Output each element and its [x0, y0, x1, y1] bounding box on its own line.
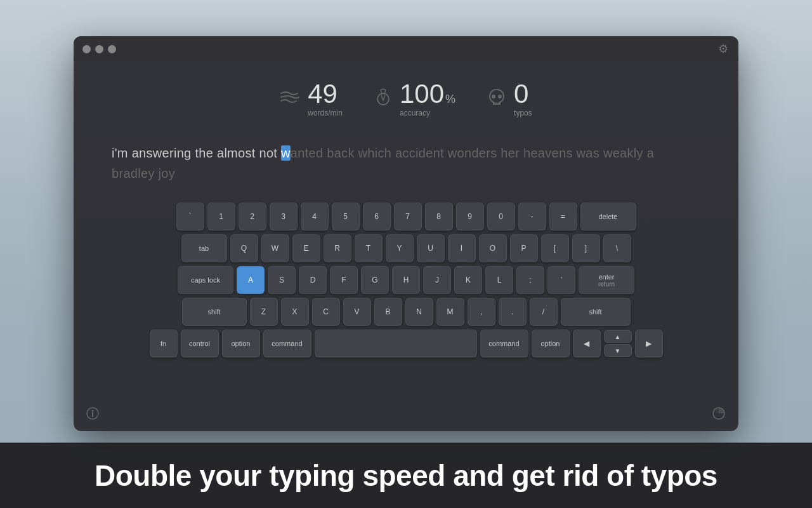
key-semicolon[interactable]: ; — [516, 266, 544, 294]
key-arrow-down[interactable]: ▼ — [604, 344, 632, 357]
key-5[interactable]: 5 — [332, 203, 360, 231]
key-enter[interactable]: enter return — [579, 266, 634, 294]
key-s[interactable]: S — [268, 266, 296, 294]
key-m[interactable]: M — [436, 298, 464, 326]
key-x[interactable]: X — [281, 298, 309, 326]
wpm-stat: 49 words/min — [280, 81, 343, 117]
typos-value: 0 — [514, 81, 532, 107]
key-2[interactable]: 2 — [239, 203, 266, 231]
key-fn[interactable]: fn — [150, 330, 178, 358]
key-e[interactable]: E — [292, 234, 320, 262]
svg-point-1 — [492, 95, 495, 98]
key-0[interactable]: 0 — [487, 203, 515, 231]
typing-text: i'm answering the almost not wanted back… — [112, 143, 700, 184]
key-g[interactable]: G — [361, 266, 389, 294]
key-7[interactable]: 7 — [394, 203, 422, 231]
key-y[interactable]: Y — [386, 234, 414, 262]
accuracy-number: 100 — [400, 81, 444, 107]
key-v[interactable]: V — [343, 298, 371, 326]
number-row: ` 1 2 3 4 5 6 7 8 9 0 - = delete — [176, 203, 636, 231]
key-capslock[interactable]: caps lock — [178, 266, 233, 294]
key-slash[interactable]: / — [530, 298, 558, 326]
key-arrow-left[interactable]: ◀ — [573, 330, 601, 358]
typed-text: i'm answering the almost not — [112, 146, 281, 160]
key-u[interactable]: U — [417, 234, 445, 262]
key-shift-right[interactable]: shift — [561, 298, 631, 326]
key-rbracket[interactable]: ] — [572, 234, 600, 262]
key-tab[interactable]: tab — [181, 234, 227, 262]
key-a[interactable]: A — [237, 266, 265, 294]
key-f[interactable]: F — [330, 266, 358, 294]
key-9[interactable]: 9 — [456, 203, 484, 231]
key-1[interactable]: 1 — [207, 203, 235, 231]
title-bar: ⚙ — [74, 36, 738, 62]
key-quote[interactable]: ' — [547, 266, 575, 294]
wpm-label: words/min — [308, 109, 343, 117]
traffic-lights — [82, 45, 116, 53]
key-w[interactable]: W — [261, 234, 289, 262]
key-8[interactable]: 8 — [425, 203, 453, 231]
close-button[interactable] — [82, 45, 91, 53]
settings-icon[interactable]: ⚙ — [718, 42, 728, 56]
typos-stat: 0 typos — [487, 81, 532, 117]
key-backslash[interactable]: \ — [603, 234, 631, 262]
enter-label: enter — [598, 273, 614, 281]
key-arrow-right[interactable]: ▶ — [635, 330, 663, 358]
accuracy-unit: % — [445, 93, 455, 105]
wpm-value-container: 49 words/min — [308, 81, 343, 117]
key-t[interactable]: T — [355, 234, 383, 262]
key-j[interactable]: J — [423, 266, 451, 294]
maximize-button[interactable] — [108, 45, 116, 53]
key-6[interactable]: 6 — [363, 203, 391, 231]
key-n[interactable]: N — [405, 298, 433, 326]
key-command-right[interactable]: command — [480, 330, 528, 358]
arrow-ud-group: ▲ ▼ — [604, 330, 632, 357]
key-shift-left[interactable]: shift — [182, 298, 247, 326]
key-option-left[interactable]: option — [222, 330, 260, 358]
typos-value-container: 0 typos — [514, 81, 532, 117]
wpm-number: 49 — [308, 81, 337, 107]
key-period[interactable]: . — [499, 298, 527, 326]
typos-label: typos — [514, 109, 532, 117]
key-z[interactable]: Z — [250, 298, 278, 326]
key-c[interactable]: C — [312, 298, 340, 326]
key-delete[interactable]: delete — [580, 203, 636, 231]
accuracy-label: accuracy — [400, 109, 455, 117]
typos-number: 0 — [514, 81, 528, 107]
key-comma[interactable]: , — [468, 298, 495, 326]
key-command-left[interactable]: command — [263, 330, 311, 358]
key-3[interactable]: 3 — [270, 203, 298, 231]
key-q[interactable]: Q — [230, 234, 258, 262]
key-o[interactable]: O — [479, 234, 507, 262]
key-space[interactable] — [315, 330, 477, 358]
medal-icon — [374, 88, 392, 110]
qwerty-row: tab Q W E R T Y U I O P [ ] \ — [181, 234, 631, 262]
key-backtick[interactable]: ` — [176, 203, 204, 231]
key-h[interactable]: H — [392, 266, 420, 294]
key-b[interactable]: B — [374, 298, 402, 326]
key-option-right[interactable]: option — [532, 330, 570, 358]
key-arrow-up[interactable]: ▲ — [604, 330, 632, 343]
key-p[interactable]: P — [510, 234, 538, 262]
key-r[interactable]: R — [324, 234, 351, 262]
zxcv-row: shift Z X C V B N M , . / shift — [182, 298, 631, 326]
key-i[interactable]: I — [448, 234, 476, 262]
accuracy-value-container: 100% accuracy — [400, 81, 455, 117]
key-4[interactable]: 4 — [301, 203, 329, 231]
key-lbracket[interactable]: [ — [541, 234, 569, 262]
bottom-row: fn control option command command option… — [150, 330, 663, 358]
key-control[interactable]: control — [181, 330, 219, 358]
svg-point-4 — [92, 410, 94, 412]
key-equals[interactable]: = — [549, 203, 577, 231]
chart-icon[interactable] — [712, 407, 726, 422]
wpm-value: 49 — [308, 81, 343, 107]
caption-bar: Double your typing speed and get rid of … — [0, 443, 812, 508]
key-l[interactable]: L — [485, 266, 513, 294]
key-k[interactable]: K — [454, 266, 482, 294]
key-d[interactable]: D — [299, 266, 327, 294]
asdf-row: caps lock A S D F G H J K L ; ' enter re… — [178, 266, 634, 294]
key-minus[interactable]: - — [518, 203, 546, 231]
accuracy-stat: 100% accuracy — [374, 81, 455, 117]
info-icon[interactable] — [86, 407, 99, 422]
minimize-button[interactable] — [95, 45, 103, 53]
